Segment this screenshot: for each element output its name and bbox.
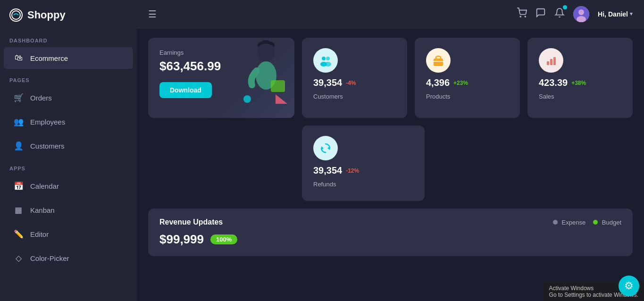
sidebar-item-kanban[interactable]: ▦ Kanban xyxy=(4,199,133,221)
bell-badge xyxy=(563,5,567,9)
products-change: +23% xyxy=(453,80,468,86)
sidebar-item-label: Kanban xyxy=(30,206,55,214)
greeting-text: Hi, xyxy=(598,10,606,18)
svg-rect-17 xyxy=(547,61,549,65)
refunds-stat-number: 39,354 -12% xyxy=(313,165,359,176)
sidebar-item-calendar[interactable]: 📅 Calendar xyxy=(4,175,133,197)
expense-label: Expense xyxy=(562,219,586,226)
gear-button[interactable]: ⚙ xyxy=(619,276,639,296)
svg-rect-18 xyxy=(550,59,552,65)
user-avatar xyxy=(573,6,589,22)
earnings-decoration xyxy=(214,38,294,118)
stats-row: Earnings $63,456.99 Download xyxy=(148,38,633,118)
customers-icon: 👤 xyxy=(13,141,24,151)
sidebar-item-color-picker[interactable]: ◇ Color-Picker xyxy=(4,247,133,269)
header-left: ☰ xyxy=(148,8,157,20)
sidebar: Shoppy DASHBOARD 🛍 Ecommerce PAGES 🛒 Ord… xyxy=(0,0,137,301)
products-stat-icon xyxy=(426,48,451,73)
svg-marker-8 xyxy=(276,94,287,104)
sidebar-item-orders[interactable]: 🛒 Orders xyxy=(4,87,133,109)
message-icon[interactable] xyxy=(535,8,546,20)
sidebar-item-label: Editor xyxy=(30,230,49,238)
sidebar-section-dashboard: DASHBOARD xyxy=(0,30,137,46)
revenue-header: Revenue Updates Expense Budget xyxy=(159,218,621,226)
sidebar-item-label: Calendar xyxy=(30,182,59,190)
svg-rect-10 xyxy=(271,80,285,92)
sidebar-item-employees[interactable]: 👥 Employees xyxy=(4,111,133,133)
svg-point-14 xyxy=(325,62,331,67)
svg-point-2 xyxy=(525,16,526,17)
bell-icon[interactable] xyxy=(554,8,565,20)
customers-stat-card: 39,354 -4% Customers xyxy=(302,38,407,118)
calendar-icon: 📅 xyxy=(13,181,24,191)
app-name: Shoppy xyxy=(27,9,66,21)
sidebar-item-customers[interactable]: 👤 Customers xyxy=(4,135,133,157)
revenue-bottom: $99,999 100% xyxy=(159,232,621,247)
refunds-stat-label: Refunds xyxy=(313,181,336,188)
revenue-legend: Expense Budget xyxy=(553,219,621,226)
sales-stat-icon xyxy=(539,48,563,73)
ecommerce-icon: 🛍 xyxy=(13,53,24,63)
employees-icon: 👥 xyxy=(13,117,24,127)
svg-rect-19 xyxy=(553,57,556,65)
color-picker-icon: ◇ xyxy=(13,253,24,263)
sidebar-item-label: Color-Picker xyxy=(30,254,69,262)
customers-change: -4% xyxy=(346,80,356,86)
sidebar-item-label: Customers xyxy=(30,142,65,150)
svg-marker-20 xyxy=(327,146,330,150)
sidebar-item-editor[interactable]: ✏️ Editor xyxy=(4,223,133,245)
refunds-stat-card: 39,354 -12% Refunds xyxy=(302,125,425,201)
svg-point-12 xyxy=(326,57,330,60)
header: ☰ xyxy=(137,0,644,28)
chevron-down-icon[interactable]: ▾ xyxy=(630,11,633,17)
empty-space xyxy=(432,125,633,201)
svg-point-9 xyxy=(243,95,251,103)
hamburger-button[interactable]: ☰ xyxy=(148,8,157,20)
svg-point-1 xyxy=(520,16,521,17)
header-right: Hi, Daniel ▾ xyxy=(517,6,633,22)
user-greeting: Hi, Daniel ▾ xyxy=(598,10,633,18)
customers-stat-icon xyxy=(313,48,338,73)
content-area: Earnings $63,456.99 Download xyxy=(137,28,644,301)
svg-rect-15 xyxy=(434,59,443,66)
sidebar-logo: Shoppy xyxy=(0,0,137,30)
orders-icon: 🛒 xyxy=(13,93,24,103)
refunds-change: -12% xyxy=(346,167,359,174)
svg-marker-21 xyxy=(321,146,324,150)
expense-legend: Expense xyxy=(553,219,585,226)
revenue-section: Revenue Updates Expense Budget $99,999 1… xyxy=(148,209,633,256)
sidebar-item-label: Employees xyxy=(30,118,65,126)
budget-legend: Budget xyxy=(593,219,621,226)
sidebar-item-ecommerce[interactable]: 🛍 Ecommerce xyxy=(4,47,133,69)
customers-stat-number: 39,354 -4% xyxy=(313,77,356,88)
sidebar-section-pages: PAGES xyxy=(0,70,137,86)
revenue-amount: $99,999 xyxy=(159,232,204,247)
expense-dot xyxy=(553,220,558,225)
svg-point-4 xyxy=(578,9,584,15)
products-stat-label: Products xyxy=(426,93,450,100)
sidebar-section-apps: APPS xyxy=(0,158,137,174)
budget-label: Budget xyxy=(602,219,621,226)
earnings-card: Earnings $63,456.99 Download xyxy=(148,38,294,118)
sales-stat-card: 423.39 +38% Sales xyxy=(527,38,633,118)
logo-icon xyxy=(9,8,23,22)
customers-stat-label: Customers xyxy=(313,93,343,100)
user-name: Daniel xyxy=(608,10,628,18)
sidebar-item-label: Orders xyxy=(30,94,52,102)
refunds-stat-icon xyxy=(313,136,338,160)
budget-dot xyxy=(593,220,598,225)
svg-point-0 xyxy=(12,11,20,19)
revenue-title: Revenue Updates xyxy=(159,218,223,226)
products-stat-number: 4,396 +23% xyxy=(426,77,468,88)
sales-stat-label: Sales xyxy=(539,93,554,100)
sales-stat-number: 423.39 +38% xyxy=(539,77,586,88)
svg-point-11 xyxy=(322,57,326,60)
products-stat-card: 4,396 +23% Products xyxy=(415,38,520,118)
revenue-percent: 100% xyxy=(210,234,237,244)
gear-icon: ⚙ xyxy=(624,280,634,292)
refunds-row: 39,354 -12% Refunds xyxy=(148,125,633,201)
editor-icon: ✏️ xyxy=(13,229,24,239)
cart-icon[interactable] xyxy=(517,8,527,20)
spacer xyxy=(148,125,294,201)
download-button[interactable]: Download xyxy=(159,82,212,98)
